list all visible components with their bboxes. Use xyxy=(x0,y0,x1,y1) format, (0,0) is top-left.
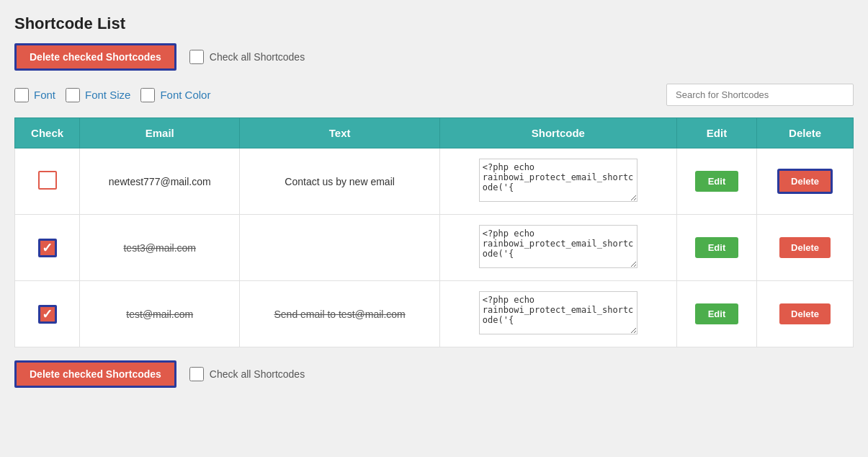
cell-edit-1: Edit xyxy=(676,215,756,281)
search-area xyxy=(666,84,854,106)
edit-button-1[interactable]: Edit xyxy=(695,237,739,258)
check-all-label-bottom: Check all Shortcodes xyxy=(210,368,305,380)
cell-email-2: test@mail.com xyxy=(80,281,240,347)
cell-email-1: test3@mail.com xyxy=(80,215,240,281)
delete-checked-button-top[interactable]: Delete checked Shortcodes xyxy=(14,43,176,71)
filter-font-color-label: Font Color xyxy=(160,89,210,101)
cell-shortcode-2 xyxy=(439,281,676,347)
bottom-toolbar: Delete checked Shortcodes Check all Shor… xyxy=(14,360,854,388)
shortcodes-table: Check Email Text Shortcode Edit Delete n… xyxy=(14,117,854,347)
delete-button-1[interactable]: Delete xyxy=(779,237,831,258)
email-text-0: newtest777@mail.com xyxy=(109,176,211,187)
cell-check-1: ✓ xyxy=(15,215,80,281)
table-row: ✓test@mail.comSend email to test@mail.co… xyxy=(15,281,854,347)
cell-text-0: Contact us by new email xyxy=(240,148,439,215)
col-email: Email xyxy=(80,118,240,148)
col-delete: Delete xyxy=(757,118,854,148)
filter-font-label: Font xyxy=(34,89,55,101)
filter-font-size-label: Font Size xyxy=(85,89,130,101)
cell-check-2: ✓ xyxy=(15,281,80,347)
col-edit: Edit xyxy=(676,118,756,148)
delete-button-2[interactable]: Delete xyxy=(779,303,831,324)
checkbox-unchecked-0[interactable] xyxy=(38,171,57,190)
checkbox-checked-2[interactable]: ✓ xyxy=(38,305,57,324)
cell-check-0 xyxy=(15,148,80,215)
row-text-2: Send email to test@mail.com xyxy=(274,309,405,320)
cell-edit-0: Edit xyxy=(676,148,756,215)
page-title: Shortcode List xyxy=(14,14,854,33)
filter-font: Font xyxy=(14,88,55,102)
row-text-0: Contact us by new email xyxy=(285,176,395,187)
checkbox-checked-1[interactable]: ✓ xyxy=(38,239,57,257)
edit-button-0[interactable]: Edit xyxy=(695,171,739,192)
cell-text-1 xyxy=(240,215,439,281)
filter-font-checkbox[interactable] xyxy=(14,88,29,102)
email-text-2: test@mail.com xyxy=(126,309,193,320)
cell-email-0: newtest777@mail.com xyxy=(80,148,240,215)
col-check: Check xyxy=(15,118,80,148)
cell-shortcode-1 xyxy=(439,215,676,281)
cell-delete-1: Delete xyxy=(757,215,854,281)
filter-font-size: Font Size xyxy=(66,88,130,102)
delete-button-0[interactable]: Delete xyxy=(777,169,833,194)
cell-delete-2: Delete xyxy=(757,281,854,347)
filter-font-color: Font Color xyxy=(140,88,210,102)
shortcode-textarea-2[interactable] xyxy=(479,291,637,334)
cell-delete-0: Delete xyxy=(757,148,854,215)
top-toolbar: Delete checked Shortcodes Check all Shor… xyxy=(14,43,854,71)
check-all-bottom: Check all Shortcodes xyxy=(189,367,305,381)
edit-button-2[interactable]: Edit xyxy=(695,303,739,324)
cell-text-2: Send email to test@mail.com xyxy=(240,281,439,347)
filter-bar: Font Font Size Font Color xyxy=(14,84,854,106)
cell-edit-2: Edit xyxy=(676,281,756,347)
check-all-checkbox-top[interactable] xyxy=(189,50,204,64)
table-row: ✓test3@mail.comEditDelete xyxy=(15,215,854,281)
cell-shortcode-0 xyxy=(439,148,676,215)
delete-checked-button-bottom[interactable]: Delete checked Shortcodes xyxy=(14,360,176,388)
check-all-checkbox-bottom[interactable] xyxy=(189,367,204,381)
col-text: Text xyxy=(240,118,439,148)
col-shortcode: Shortcode xyxy=(439,118,676,148)
filter-font-size-checkbox[interactable] xyxy=(66,88,80,102)
table-header-row: Check Email Text Shortcode Edit Delete xyxy=(15,118,854,148)
email-text-1: test3@mail.com xyxy=(123,242,196,254)
check-all-label-top: Check all Shortcodes xyxy=(210,51,305,63)
shortcode-textarea-1[interactable] xyxy=(479,225,637,268)
check-all-top: Check all Shortcodes xyxy=(189,50,305,64)
search-input[interactable] xyxy=(666,84,854,106)
table-row: newtest777@mail.comContact us by new ema… xyxy=(15,148,854,215)
shortcode-textarea-0[interactable] xyxy=(479,159,637,202)
filter-font-color-checkbox[interactable] xyxy=(140,88,155,102)
